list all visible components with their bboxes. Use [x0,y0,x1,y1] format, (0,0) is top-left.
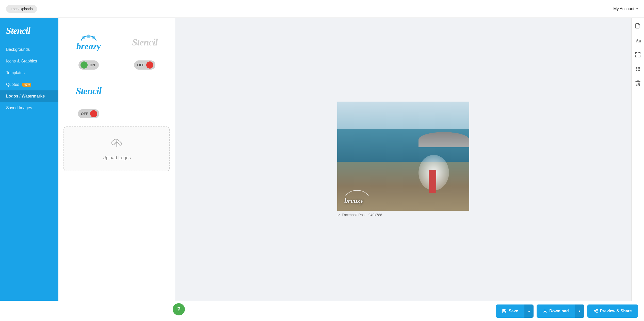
logo-item-breazy: breazy ON [63,27,114,70]
expand-icon: ⤢ [337,213,340,217]
new-badge: NEW [22,83,31,87]
stencil-gray-display: Stencil [132,37,158,48]
resize-icon[interactable] [633,50,642,59]
svg-point-14 [594,310,595,312]
canvas-container: breazy ⤢ Facebook Post · 940x788 [337,102,469,217]
right-toolbar: Aa [631,18,644,301]
toggle-stencil-blue[interactable]: OFF [78,109,99,118]
svg-rect-7 [636,70,637,71]
save-arrow-button[interactable]: ▲ [524,304,534,318]
sidebar-item-quotes[interactable]: Quotes NEW [0,79,58,90]
my-account-label: My Account [613,7,634,11]
canvas-dimensions-label: ⤢ Facebook Post · 940x788 [337,213,469,217]
logo-item-stencil-blue: Stencil OFF [63,76,114,118]
photo-island [418,132,469,147]
stencil-blue-display: Stencil [76,85,101,97]
download-button[interactable]: Download [537,304,575,318]
logo-uploads-badge[interactable]: Logo Uploads [6,5,37,13]
save-button[interactable]: Save [496,304,524,318]
logo-preview-stencil-blue: Stencil [63,76,114,106]
topbar-left: Logo Uploads [6,5,37,13]
save-button-group: Save ▲ [496,304,534,318]
toggle-label-stencil-blue: OFF [80,112,89,116]
svg-line-15 [595,310,597,311]
svg-text:Aa: Aa [636,38,641,43]
save-icon [502,309,507,313]
trash-icon[interactable] [633,79,642,88]
svg-rect-6 [638,67,640,69]
preview-share-button[interactable]: Preview & Share [587,304,638,318]
canvas-watermark: breazy [344,187,370,205]
breazy-logo-display: breazy [76,34,101,51]
share-icon [593,309,598,313]
my-account-menu[interactable]: My Account ▾ [613,7,638,11]
svg-line-16 [595,311,597,312]
sidebar-item-templates[interactable]: Templates [0,67,58,79]
upload-logos-area[interactable]: Upload Logos [63,126,170,171]
sidebar-item-backgrounds[interactable]: Backgrounds [0,44,58,55]
svg-point-0 [82,36,85,39]
svg-point-13 [596,312,598,313]
svg-rect-8 [638,70,640,71]
toggle-stencil-gray[interactable]: OFF [134,60,155,70]
bottom-bar: Save ▲ Download ▲ Preview & Share [0,301,644,321]
download-arrow-button[interactable]: ▲ [575,304,584,318]
logo-item-stencil-gray: Stencil OFF [120,27,170,70]
chevron-down-icon: ▾ [636,7,638,11]
toggle-dot-stencil-blue [90,110,97,117]
download-button-group: Download ▲ [537,304,584,318]
main-layout: Stencil Backgrounds Icons & Graphics Tem… [0,18,644,301]
topbar: Logo Uploads My Account ▾ [0,0,644,18]
text-icon[interactable]: Aa [633,36,642,45]
svg-rect-10 [503,309,505,311]
svg-point-12 [596,309,598,310]
canvas-area: breazy ⤢ Facebook Post · 940x788 [175,18,631,301]
help-button[interactable]: ? [173,303,185,315]
sidebar: Stencil Backgrounds Icons & Graphics Tem… [0,18,58,301]
app-logo: Stencil [0,23,58,44]
page-icon[interactable] [633,22,642,31]
download-icon [543,309,547,313]
toggle-breazy[interactable]: ON [78,60,99,70]
preview-share-button-group: Preview & Share [587,304,638,318]
logo-preview-breazy: breazy [63,27,114,57]
toggle-label-stencil-gray: OFF [136,63,145,67]
svg-point-1 [87,35,90,38]
toggle-dot-stencil-gray [146,61,153,69]
logos-grid: breazy ON Stencil OFF [63,27,170,118]
upload-cloud-icon [110,137,124,152]
sidebar-item-icons-graphics[interactable]: Icons & Graphics [0,55,58,67]
toggle-dot-breazy [80,61,88,69]
upload-logos-label: Upload Logos [103,155,131,160]
svg-point-2 [92,36,95,39]
svg-rect-5 [636,67,637,69]
svg-rect-11 [503,311,506,313]
sidebar-item-saved-images[interactable]: Saved Images [0,102,58,114]
grid-icon[interactable] [633,65,642,74]
toggle-label-breazy: ON [89,63,96,67]
canvas-image: breazy [337,102,469,211]
sidebar-item-logos-watermarks[interactable]: Logos / Watermarks [0,90,58,102]
photo-person [429,170,436,193]
logos-panel: breazy ON Stencil OFF [58,18,175,301]
logo-preview-stencil-gray: Stencil [120,27,170,57]
